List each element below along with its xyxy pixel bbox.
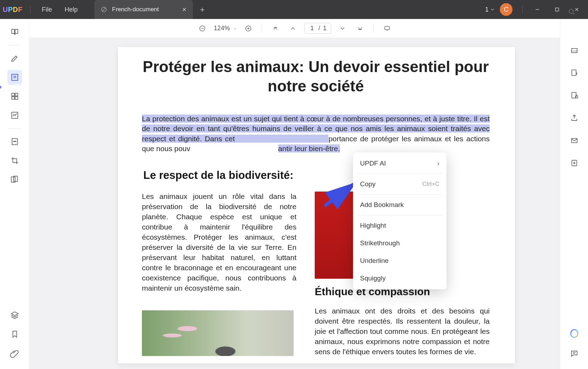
context-menu-copy[interactable]: Copy Ctrl+C xyxy=(353,175,446,193)
document-title: Protéger les animaux: Un devoir essentie… xyxy=(142,57,490,96)
svg-rect-15 xyxy=(13,141,16,142)
svg-rect-10 xyxy=(15,93,18,96)
convert-icon[interactable] xyxy=(567,66,581,80)
svg-text:OCR: OCR xyxy=(571,50,577,53)
svg-rect-9 xyxy=(12,93,14,96)
svg-rect-12 xyxy=(15,97,18,99)
zoom-in-button[interactable] xyxy=(242,22,255,35)
layers-icon[interactable] xyxy=(7,308,22,323)
first-page-button[interactable] xyxy=(269,22,282,35)
svg-rect-11 xyxy=(12,97,14,99)
page-organize-tool[interactable] xyxy=(7,89,22,104)
window-maximize-button[interactable] xyxy=(547,0,567,19)
window-minimize-button[interactable] xyxy=(528,0,547,19)
user-avatar[interactable]: C xyxy=(500,3,512,16)
image-cat-tulips xyxy=(142,310,294,356)
bookmark-icon[interactable] xyxy=(7,327,22,342)
context-menu-updf-ai[interactable]: UPDF AI › xyxy=(353,155,446,172)
crop-tool[interactable] xyxy=(7,153,22,168)
save-icon[interactable] xyxy=(567,156,581,170)
svg-point-24 xyxy=(569,9,573,13)
titlebar: UPDF File Help French-document ✕ ＋ 1 C xyxy=(0,0,588,19)
presentation-button[interactable] xyxy=(381,22,393,35)
document-tab[interactable]: French-document ✕ xyxy=(94,0,193,19)
edit-text-tool[interactable] xyxy=(7,70,22,85)
protect-icon[interactable] xyxy=(567,89,581,103)
svg-line-25 xyxy=(573,13,575,15)
tab-close-icon[interactable]: ✕ xyxy=(182,6,187,13)
intro-paragraph: La protection des animaux est un sujet q… xyxy=(142,114,490,154)
chevron-right-icon: › xyxy=(437,160,439,167)
fill-sign-tool[interactable] xyxy=(7,108,22,123)
email-icon[interactable] xyxy=(567,134,581,148)
search-icon[interactable] xyxy=(565,5,579,19)
notification-count[interactable]: 1 xyxy=(485,6,495,13)
right-toolbar: OCR xyxy=(560,19,588,369)
shortcut-label: Ctrl+C xyxy=(422,181,439,188)
svg-rect-23 xyxy=(385,26,389,30)
svg-line-1 xyxy=(103,8,106,11)
tab-title: French-document xyxy=(112,6,159,13)
page-indicator[interactable]: 1 / 1 xyxy=(304,23,331,34)
redact-tool[interactable] xyxy=(7,134,22,149)
menu-file[interactable]: File xyxy=(35,6,58,13)
paragraph-biodiversity: Les animaux jouent un rôle vital dans la… xyxy=(142,192,296,293)
svg-rect-6 xyxy=(12,74,18,80)
context-menu-squiggly[interactable]: Squiggly xyxy=(353,270,446,287)
paragraph-ethics: Les animaux ont des droits et des besoin… xyxy=(315,306,490,357)
zoom-out-button[interactable] xyxy=(196,22,209,35)
chevron-down-icon xyxy=(490,7,495,12)
compare-tool[interactable] xyxy=(7,172,22,187)
new-tab-button[interactable]: ＋ xyxy=(193,4,212,15)
context-menu-underline[interactable]: Underline xyxy=(353,252,446,270)
context-menu-strikethrough[interactable]: Strikethrough xyxy=(353,234,446,252)
menu-help[interactable]: Help xyxy=(58,6,84,13)
reader-tool[interactable] xyxy=(7,25,22,39)
attachment-icon[interactable] xyxy=(7,346,22,361)
context-menu-add-bookmark[interactable]: Add Bookmark xyxy=(353,196,446,214)
share-icon[interactable] xyxy=(567,111,581,125)
view-toolbar: 124% 1 / 1 xyxy=(30,19,560,38)
svg-rect-3 xyxy=(556,8,559,11)
context-menu: UPDF AI › Copy Ctrl+C Add Bookmark Highl… xyxy=(353,153,446,289)
app-logo: UPDF xyxy=(0,0,25,19)
highlighter-tool[interactable] xyxy=(7,51,22,66)
chevron-down-icon xyxy=(233,26,237,31)
ocr-icon[interactable]: OCR xyxy=(567,44,581,58)
updf-ai-icon[interactable] xyxy=(569,328,580,339)
next-page-button[interactable] xyxy=(336,22,349,35)
zoom-level[interactable]: 124% xyxy=(214,25,237,32)
document-tab-icon xyxy=(101,6,107,13)
comment-icon[interactable] xyxy=(567,347,581,361)
document-area: 124% 1 / 1 Protéger les animaux: Un devo… xyxy=(30,19,560,369)
left-toolbar xyxy=(0,19,30,369)
document-page[interactable]: Protéger les animaux: Un devoir essentie… xyxy=(118,47,515,363)
svg-rect-28 xyxy=(572,70,576,76)
prev-page-button[interactable] xyxy=(287,22,299,35)
last-page-button[interactable] xyxy=(354,22,366,35)
context-menu-highlight[interactable]: Highlight xyxy=(353,217,446,234)
